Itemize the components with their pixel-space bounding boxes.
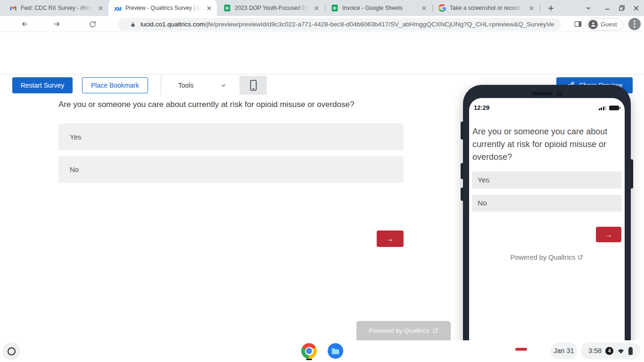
phone-camera [557, 91, 562, 96]
phone-next-button[interactable]: → [596, 227, 621, 242]
next-button[interactable]: → [377, 230, 404, 247]
tab-title: Take a screenshot or record yo [450, 5, 523, 11]
tab-search-chevron-icon[interactable] [582, 4, 595, 12]
phone-preview-mockup: 12:29 Are you or someone you care about … [461, 85, 633, 362]
place-bookmark-button[interactable]: Place Bookmark [82, 77, 148, 93]
external-link-icon [578, 255, 583, 260]
close-icon[interactable] [420, 4, 428, 12]
sheets-icon [331, 4, 339, 12]
launcher-button[interactable] [2, 342, 20, 360]
reload-icon[interactable] [88, 19, 97, 29]
phone-option-no-label: No [478, 199, 487, 207]
guest-avatar [588, 20, 598, 29]
phone-screen: 12:29 Are you or someone you care about … [469, 98, 625, 362]
tab-strip: Fwd: CDC RX Survey - rfrimpon XM Preview… [0, 0, 644, 16]
sheets-icon [223, 4, 231, 12]
close-icon[interactable] [96, 4, 105, 12]
new-tab-button[interactable] [544, 4, 557, 12]
tab-qualtrics-preview[interactable]: XM Preview - Qualtrics Survey | Qu [108, 0, 217, 16]
survey-question: Are you or someone you care about curren… [58, 100, 407, 109]
files-app-icon[interactable] [328, 343, 343, 359]
battery-icon [609, 106, 619, 110]
launcher-icon [8, 347, 16, 355]
tools-label: Tools [178, 82, 194, 89]
profile-guest-button[interactable]: Guest [586, 18, 623, 31]
preview-toolbar: Restart Survey Place Bookmark Tools Shar… [0, 32, 644, 74]
phone-survey-question: Are you or someone you care about curren… [472, 125, 619, 164]
browser-menu-icon[interactable] [628, 18, 641, 30]
wifi-icon [617, 348, 625, 354]
arrow-right-icon: → [387, 235, 394, 243]
url-text: lucid.co1.qualtrics.com/jfe/preview/prev… [140, 21, 554, 28]
phone-option-yes-label: Yes [478, 176, 489, 184]
address-bar: lucid.co1.qualtrics.com/jfe/preview/prev… [0, 16, 644, 32]
phone-status-time: 12:29 [474, 104, 489, 111]
tab-sheets-dop[interactable]: 2023 DOP Youth-Focused Envi [218, 0, 324, 16]
guest-label: Guest [601, 21, 617, 28]
minimize-button[interactable] [601, 4, 614, 12]
tab-divider [540, 4, 540, 12]
chrome-icon[interactable] [301, 343, 317, 359]
url-omnibox[interactable]: lucid.co1.qualtrics.com/jfe/preview/prev… [118, 18, 561, 31]
tab-gmail[interactable]: Fwd: CDC RX Survey - rfrimpon [4, 0, 108, 16]
option-yes-label: Yes [70, 133, 81, 141]
phone-option-yes[interactable]: Yes [472, 172, 622, 189]
option-yes[interactable]: Yes [58, 123, 404, 150]
mobile-preview-toggle[interactable] [239, 76, 267, 95]
battery-icon [628, 348, 633, 355]
phone-status-icons [599, 106, 619, 110]
tab-sheets-invoice[interactable]: Invoice - Google Sheets [325, 0, 432, 16]
mobile-phone-icon [250, 80, 257, 91]
powered-by-qualtrics-link[interactable]: Powered by Qualtrics [356, 321, 451, 340]
chromeos-shelf [0, 340, 644, 362]
toolbar-divider [161, 75, 161, 96]
notification-count-badge: 4 [605, 347, 613, 355]
status-tray-button[interactable]: 3:58 4 [581, 342, 640, 359]
google-icon [438, 4, 446, 12]
tab-title: 2023 DOP Youth-Focused Envi [235, 5, 308, 11]
tab-title: Preview - Qualtrics Survey | Qu [125, 5, 201, 11]
phone-speaker [532, 92, 553, 95]
xm-icon: XM [114, 4, 122, 12]
forward-icon[interactable] [52, 19, 61, 29]
powered-label: Powered by Qualtrics [369, 327, 429, 334]
restore-button[interactable] [615, 4, 628, 12]
restart-survey-button[interactable]: Restart Survey [12, 77, 73, 93]
chevron-down-icon [221, 82, 226, 88]
close-icon[interactable] [205, 4, 213, 12]
signal-icon [599, 106, 607, 110]
active-app-indicator [306, 359, 312, 360]
time-label: 3:58 [588, 347, 602, 354]
powered-label: Powered by Qualtrics [511, 254, 576, 261]
tab-google-help[interactable]: Take a screenshot or record yo [433, 0, 539, 16]
side-panel-icon[interactable] [573, 19, 583, 29]
notification-redbar [515, 348, 527, 351]
date-label: Jan 31 [553, 347, 574, 354]
arrow-right-icon: → [605, 230, 612, 239]
lock-icon[interactable] [130, 21, 136, 28]
tab-title: Fwd: CDC RX Survey - rfrimpon [21, 5, 92, 11]
option-no-label: No [70, 165, 79, 173]
option-no[interactable]: No [58, 156, 404, 183]
phone-powered-by-qualtrics-link[interactable]: Powered by Qualtrics [469, 254, 625, 261]
tab-title: Invoice - Google Sheets [342, 5, 416, 11]
external-link-icon [432, 328, 438, 334]
close-window-button[interactable] [629, 4, 643, 12]
close-icon[interactable] [527, 4, 536, 12]
tools-dropdown[interactable]: Tools [170, 77, 231, 93]
phone-option-no[interactable]: No [472, 195, 622, 212]
close-icon[interactable] [312, 4, 321, 12]
calendar-date-button[interactable]: Jan 31 [551, 342, 577, 359]
back-icon[interactable] [20, 19, 30, 29]
gmail-icon [9, 4, 17, 12]
